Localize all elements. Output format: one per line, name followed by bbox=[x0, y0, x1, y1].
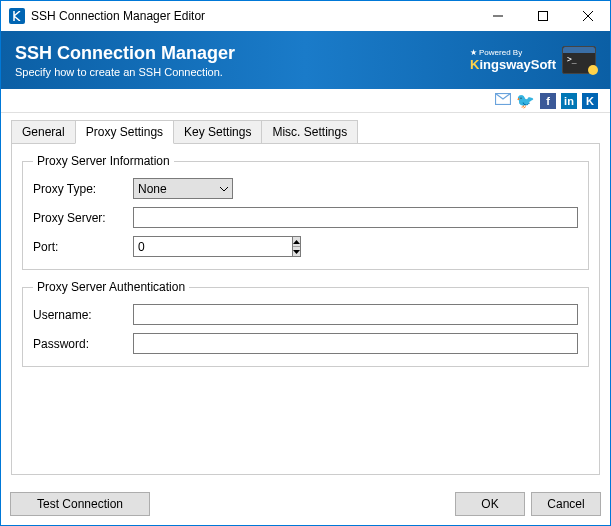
header-subtitle: Specify how to create an SSH Connection. bbox=[15, 66, 470, 78]
proxy-server-auth-group: Proxy Server Authentication Username: Pa… bbox=[22, 280, 589, 367]
password-input[interactable] bbox=[133, 333, 578, 354]
port-label: Port: bbox=[33, 240, 133, 254]
social-row: 🐦 f in K bbox=[1, 89, 610, 113]
mail-icon[interactable] bbox=[495, 93, 511, 108]
username-input[interactable] bbox=[133, 304, 578, 325]
username-label: Username: bbox=[33, 308, 133, 322]
close-button[interactable] bbox=[565, 1, 610, 31]
ok-button[interactable]: OK bbox=[455, 492, 525, 516]
footer: Test Connection OK Cancel bbox=[10, 492, 601, 516]
proxy-server-auth-legend: Proxy Server Authentication bbox=[33, 280, 189, 294]
proxy-type-label: Proxy Type: bbox=[33, 182, 133, 196]
tab-general[interactable]: General bbox=[11, 120, 76, 144]
tabs: General Proxy Settings Key Settings Misc… bbox=[1, 119, 610, 143]
tab-body: Proxy Server Information Proxy Type: Non… bbox=[11, 143, 600, 475]
port-decrement-button[interactable] bbox=[293, 247, 300, 256]
port-increment-button[interactable] bbox=[293, 237, 300, 247]
svg-marker-5 bbox=[293, 240, 300, 244]
test-connection-button[interactable]: Test Connection bbox=[10, 492, 150, 516]
powered-by-badge: ★Powered By KingswaySoft bbox=[470, 48, 556, 72]
tab-proxy-settings[interactable]: Proxy Settings bbox=[75, 120, 174, 144]
tab-misc-settings[interactable]: Misc. Settings bbox=[261, 120, 358, 144]
port-input[interactable] bbox=[133, 236, 292, 257]
linkedin-icon[interactable]: in bbox=[561, 93, 577, 109]
proxy-server-info-legend: Proxy Server Information bbox=[33, 154, 174, 168]
password-label: Password: bbox=[33, 337, 133, 351]
window-title: SSH Connection Manager Editor bbox=[31, 9, 475, 23]
terminal-icon bbox=[562, 46, 596, 74]
minimize-button[interactable] bbox=[475, 1, 520, 31]
proxy-server-input[interactable] bbox=[133, 207, 578, 228]
port-stepper bbox=[133, 236, 233, 257]
titlebar: SSH Connection Manager Editor bbox=[1, 1, 610, 31]
chevron-down-icon bbox=[220, 185, 228, 193]
svg-marker-6 bbox=[293, 250, 300, 254]
twitter-icon[interactable]: 🐦 bbox=[516, 92, 535, 110]
header-title: SSH Connection Manager bbox=[15, 43, 470, 64]
facebook-icon[interactable]: f bbox=[540, 93, 556, 109]
app-icon bbox=[9, 8, 25, 24]
proxy-server-info-group: Proxy Server Information Proxy Type: Non… bbox=[22, 154, 589, 270]
proxy-type-value: None bbox=[138, 182, 167, 196]
header-banner: SSH Connection Manager Specify how to cr… bbox=[1, 31, 610, 89]
window-controls bbox=[475, 1, 610, 31]
cancel-button[interactable]: Cancel bbox=[531, 492, 601, 516]
proxy-server-label: Proxy Server: bbox=[33, 211, 133, 225]
proxy-type-select[interactable]: None bbox=[133, 178, 233, 199]
tab-key-settings[interactable]: Key Settings bbox=[173, 120, 262, 144]
maximize-button[interactable] bbox=[520, 1, 565, 31]
kingswaysoft-icon[interactable]: K bbox=[582, 93, 598, 109]
svg-rect-1 bbox=[538, 12, 547, 21]
